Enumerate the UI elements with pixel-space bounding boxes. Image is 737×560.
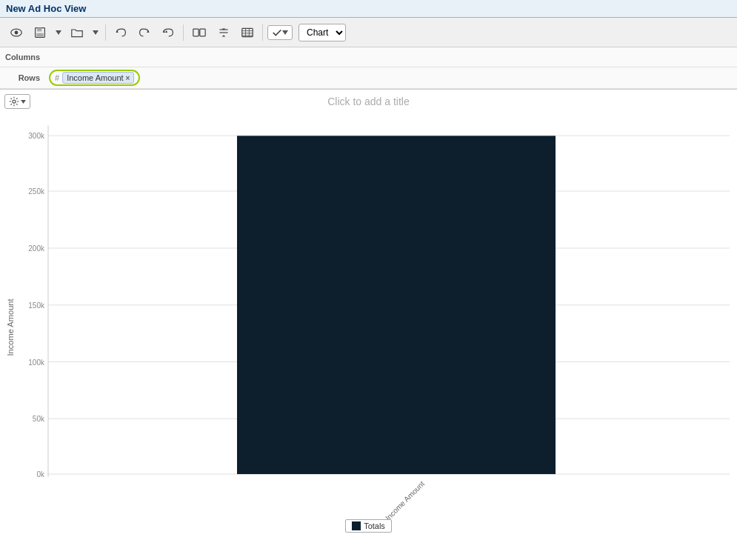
legend-label-totals: Totals bbox=[364, 521, 385, 530]
fields-area: Columns Rows # Income Amount × bbox=[0, 47, 737, 90]
svg-point-1 bbox=[15, 30, 19, 34]
rows-content: # Income Amount × bbox=[46, 67, 737, 88]
divider-2 bbox=[183, 24, 184, 41]
svg-text:100k: 100k bbox=[28, 358, 45, 366]
y-axis-label: Income Amount bbox=[6, 299, 15, 356]
rows-highlight: # Income Amount × bbox=[49, 70, 140, 86]
svg-marker-20 bbox=[21, 100, 26, 104]
svg-text:0k: 0k bbox=[36, 470, 45, 479]
svg-text:200k: 200k bbox=[28, 244, 45, 253]
chart-title[interactable]: Click to add a title bbox=[0, 90, 737, 110]
view-button[interactable] bbox=[6, 24, 27, 41]
columns-content bbox=[46, 47, 737, 67]
divider-1 bbox=[105, 24, 106, 41]
svg-rect-8 bbox=[200, 29, 205, 36]
save-dropdown-button[interactable] bbox=[53, 27, 64, 38]
title-text: New Ad Hoc View bbox=[6, 3, 86, 14]
income-amount-tag[interactable]: Income Amount × bbox=[62, 72, 134, 84]
rows-label: Rows bbox=[0, 73, 46, 82]
divider-3 bbox=[262, 24, 263, 41]
svg-rect-4 bbox=[36, 33, 44, 36]
undo-button[interactable] bbox=[110, 24, 131, 41]
title-bar: New Ad Hoc View bbox=[0, 0, 737, 18]
svg-point-19 bbox=[13, 100, 16, 103]
toolbar: Chart bbox=[0, 18, 737, 47]
chart-svg: Income Amount 300k 250k 200k 150k 100k 5… bbox=[0, 110, 737, 544]
chart-legend: Totals bbox=[0, 515, 737, 537]
svg-rect-3 bbox=[37, 27, 41, 31]
check-button[interactable] bbox=[267, 25, 293, 40]
settings-button[interactable] bbox=[4, 94, 30, 109]
svg-text:300k: 300k bbox=[28, 132, 45, 140]
field-hash: # bbox=[55, 73, 59, 82]
chart-bar bbox=[237, 136, 556, 474]
table-button[interactable] bbox=[237, 24, 258, 41]
switch-button[interactable] bbox=[188, 24, 210, 41]
open-dropdown-button[interactable] bbox=[90, 27, 101, 38]
chart-svg-wrapper: Income Amount 300k 250k 200k 150k 100k 5… bbox=[0, 110, 737, 544]
svg-rect-7 bbox=[193, 29, 199, 36]
income-amount-close[interactable]: × bbox=[126, 74, 130, 82]
svg-marker-18 bbox=[282, 30, 288, 35]
redo-button[interactable] bbox=[134, 24, 155, 41]
svg-text:250k: 250k bbox=[28, 187, 45, 196]
rows-row: Rows # Income Amount × bbox=[0, 67, 737, 89]
columns-label: Columns bbox=[0, 53, 46, 61]
open-button[interactable] bbox=[67, 24, 87, 41]
income-amount-label: Income Amount bbox=[67, 73, 123, 82]
chart-area: Click to add a title Income Amount 300k … bbox=[0, 90, 737, 560]
legend-color-totals bbox=[352, 521, 361, 530]
columns-row: Columns bbox=[0, 47, 737, 67]
svg-text:150k: 150k bbox=[28, 301, 45, 310]
sort-button[interactable] bbox=[213, 24, 234, 41]
undo-all-button[interactable] bbox=[158, 24, 179, 41]
chart-select-container: Chart bbox=[299, 24, 346, 41]
svg-text:50k: 50k bbox=[33, 415, 45, 423]
svg-marker-6 bbox=[93, 30, 99, 35]
legend-item-totals: Totals bbox=[345, 519, 392, 533]
save-button[interactable] bbox=[30, 24, 50, 41]
svg-marker-5 bbox=[56, 30, 61, 35]
chart-type-select[interactable]: Chart bbox=[299, 24, 346, 41]
